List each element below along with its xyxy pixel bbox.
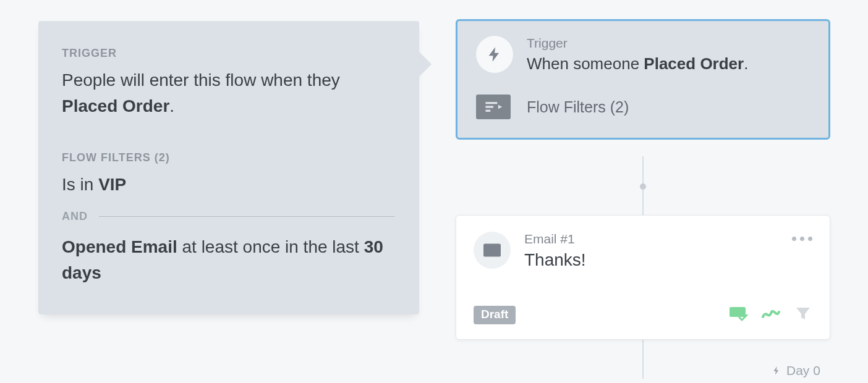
trigger-card[interactable]: Trigger When someone Placed Order. Flow … xyxy=(456,19,830,140)
lightning-icon xyxy=(476,36,513,73)
and-label: AND xyxy=(62,210,88,223)
funnel-filter-icon xyxy=(794,306,812,324)
more-options-icon[interactable] xyxy=(792,232,812,241)
email-card[interactable]: Email #1 Thanks! Draft xyxy=(456,215,830,340)
trigger-card-sentence: When someone Placed Order. xyxy=(527,54,748,74)
trigger-desc-suffix: . xyxy=(169,96,174,116)
flow-filters-section-label: FLOW FILTERS (2) xyxy=(62,151,394,164)
mail-check-icon xyxy=(730,306,748,324)
filter-and-divider: AND xyxy=(62,210,394,223)
email-card-title: Thanks! xyxy=(524,250,778,270)
trigger-details-tooltip: TRIGGER People will enter this flow when… xyxy=(38,21,419,314)
trigger-description: People will enter this flow when they Pl… xyxy=(62,67,394,119)
lightning-small-icon xyxy=(772,364,781,377)
flow-filter-1: Is in VIP xyxy=(62,172,394,198)
svg-rect-1 xyxy=(485,106,493,107)
flow-canvas: TRIGGER People will enter this flow when… xyxy=(0,0,868,383)
flow-filter-2: Opened Email at least once in the last 3… xyxy=(62,234,394,286)
status-badge: Draft xyxy=(474,306,516,324)
trigger-section-label: TRIGGER xyxy=(62,47,394,60)
envelope-icon xyxy=(474,232,511,269)
svg-marker-3 xyxy=(498,105,502,109)
divider-rule xyxy=(99,216,394,217)
svg-rect-2 xyxy=(485,110,490,112)
day-marker-label: Day 0 xyxy=(786,363,820,378)
trigger-desc-event: Placed Order xyxy=(62,96,169,116)
trigger-card-filters-label: Flow Filters (2) xyxy=(527,98,629,116)
flow-connector-node xyxy=(640,183,646,190)
day-marker: Day 0 xyxy=(772,363,820,378)
trigger-card-label: Trigger xyxy=(527,36,748,51)
analytics-wave-icon xyxy=(762,306,780,324)
trigger-desc-prefix: People will enter this flow when they xyxy=(62,70,340,90)
email-card-label: Email #1 xyxy=(524,232,778,246)
svg-rect-0 xyxy=(485,102,497,104)
filter-list-icon xyxy=(476,95,511,119)
email-card-indicators xyxy=(730,306,812,324)
trigger-card-filters-row[interactable]: Flow Filters (2) xyxy=(476,95,810,119)
